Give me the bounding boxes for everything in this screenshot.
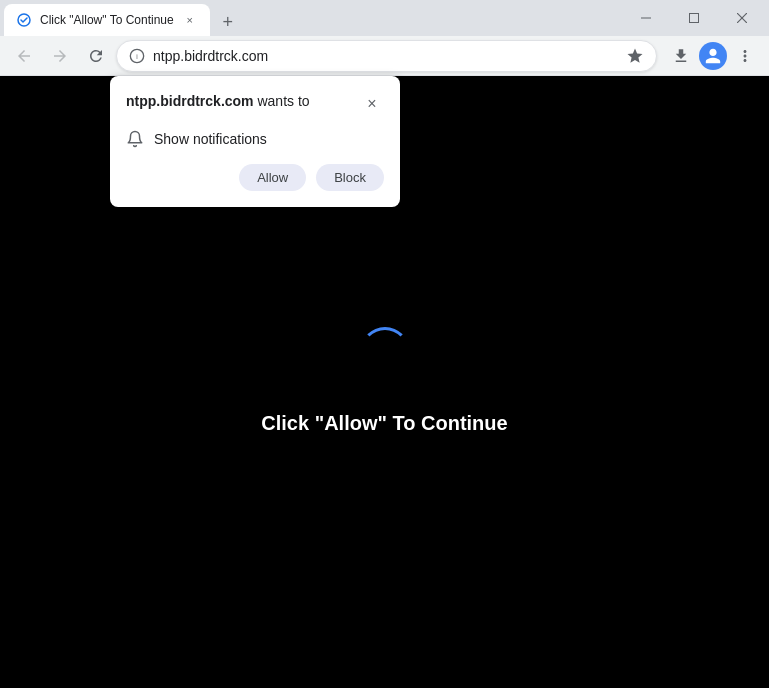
minimize-button[interactable] xyxy=(623,0,669,36)
toolbar-right xyxy=(665,40,761,72)
tab-close-button[interactable]: × xyxy=(182,12,198,28)
active-tab[interactable]: Click "Allow" To Continue × xyxy=(4,4,210,36)
forward-button[interactable] xyxy=(44,40,76,72)
block-button[interactable]: Block xyxy=(316,164,384,191)
title-bar: Click "Allow" To Continue × + xyxy=(0,0,769,36)
site-security-icon: i xyxy=(129,48,145,64)
profile-button[interactable] xyxy=(699,42,727,70)
window-controls xyxy=(623,0,765,36)
popup-header: ntpp.bidrdtrck.com wants to × xyxy=(126,92,384,116)
page-message: Click "Allow" To Continue xyxy=(261,412,507,435)
page-content: ntpp.bidrdtrck.com wants to × Show notif… xyxy=(0,76,769,688)
popup-wants-text: wants to xyxy=(254,93,310,109)
svg-rect-1 xyxy=(641,18,651,19)
tab-strip: Click "Allow" To Continue × + xyxy=(4,0,623,36)
tab-title: Click "Allow" To Continue xyxy=(40,13,174,27)
notification-popup: ntpp.bidrdtrck.com wants to × Show notif… xyxy=(110,76,400,207)
toolbar: i ntpp.bidrdtrck.com xyxy=(0,36,769,76)
popup-domain-bold: ntpp.bidrdtrck.com xyxy=(126,93,254,109)
download-button[interactable] xyxy=(665,40,697,72)
popup-actions: Allow Block xyxy=(126,164,384,191)
new-tab-button[interactable]: + xyxy=(214,8,242,36)
spinner-ring xyxy=(360,327,410,377)
address-bar[interactable]: i ntpp.bidrdtrck.com xyxy=(116,40,657,72)
svg-text:i: i xyxy=(136,52,138,59)
bell-icon xyxy=(126,130,144,148)
popup-notification-row: Show notifications xyxy=(126,130,384,148)
svg-rect-2 xyxy=(690,14,699,23)
back-button[interactable] xyxy=(8,40,40,72)
browser-chrome: Click "Allow" To Continue × + xyxy=(0,0,769,76)
close-window-button[interactable] xyxy=(719,0,765,36)
reload-button[interactable] xyxy=(80,40,112,72)
maximize-button[interactable] xyxy=(671,0,717,36)
menu-button[interactable] xyxy=(729,40,761,72)
popup-domain-text: ntpp.bidrdtrck.com wants to xyxy=(126,92,310,110)
allow-button[interactable]: Allow xyxy=(239,164,306,191)
url-text: ntpp.bidrdtrck.com xyxy=(153,48,618,64)
loading-spinner xyxy=(360,327,410,377)
popup-close-button[interactable]: × xyxy=(360,92,384,116)
show-notifications-label: Show notifications xyxy=(154,131,267,147)
tab-favicon-icon xyxy=(16,12,32,28)
bookmark-star-button[interactable] xyxy=(626,47,644,65)
